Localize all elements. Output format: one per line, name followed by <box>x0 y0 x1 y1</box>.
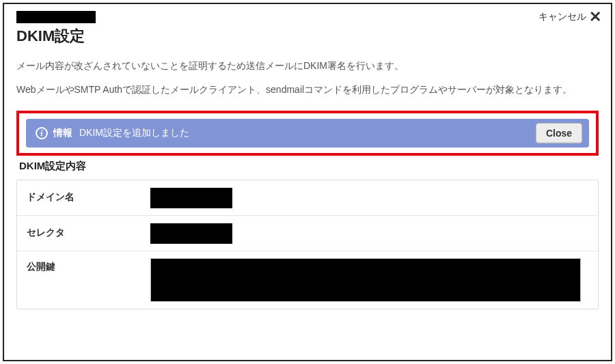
row-public-key: 公開鍵 <box>17 251 598 309</box>
close-icon: ✕ <box>589 10 601 25</box>
page-description: メール内容が改ざんされていないことを証明するため送信メールにDKIM署名を行いま… <box>16 57 599 98</box>
highlight-frame: i 情報 DKIM設定を追加しました Close <box>16 111 599 156</box>
info-banner: i 情報 DKIM設定を追加しました Close <box>26 119 589 148</box>
info-banner-label: 情報 <box>53 127 72 139</box>
row-domain-label: ドメイン名 <box>17 180 150 215</box>
info-banner-message: DKIM設定を追加しました <box>79 127 189 139</box>
dkim-settings-table: ドメイン名 セレクタ 公開鍵 <box>16 180 599 309</box>
cancel-button[interactable]: キャンセル ✕ <box>538 10 601 25</box>
row-public-key-label: 公開鍵 <box>17 251 150 284</box>
desc-line-1: メール内容が改ざんされていないことを証明するため送信メールにDKIM署名を行いま… <box>16 57 599 74</box>
redacted-block <box>16 11 96 23</box>
info-banner-close-button[interactable]: Close <box>536 123 582 143</box>
info-icon: i <box>36 127 48 139</box>
row-selector-value <box>150 216 598 251</box>
section-title: DKIM設定内容 <box>19 160 599 173</box>
redacted-selector-value <box>150 223 232 244</box>
row-public-key-value <box>150 251 598 309</box>
desc-line-2: WebメールやSMTP Authで認証したメールクライアント、sendmailコ… <box>16 81 599 98</box>
row-selector: セレクタ <box>17 216 598 251</box>
page-title: DKIM設定 <box>16 26 599 46</box>
public-key-textarea[interactable] <box>150 258 581 302</box>
cancel-label: キャンセル <box>538 11 586 23</box>
row-domain: ドメイン名 <box>17 180 598 216</box>
row-selector-label: セレクタ <box>17 216 150 251</box>
row-domain-value <box>150 180 598 215</box>
redacted-domain-value <box>150 188 232 208</box>
